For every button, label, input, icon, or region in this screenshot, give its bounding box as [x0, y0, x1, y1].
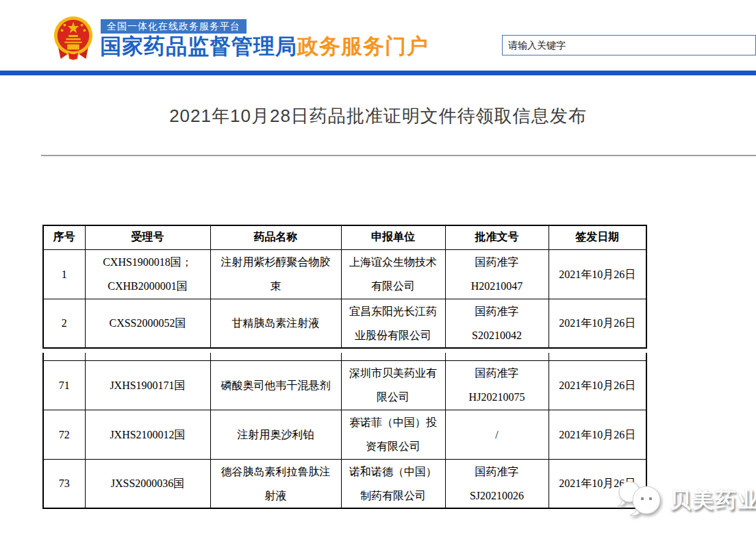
page-title: 2021年10月28日药品批准证明文件待领取信息发布	[0, 104, 756, 128]
cell-approval-no-line: /	[453, 423, 542, 447]
cell-approval-no: 国药准字S20210042	[445, 299, 549, 348]
cell-issue-date: 2021年10月26日	[549, 249, 646, 299]
cell-acceptance-no: JXHS2100012国	[85, 410, 210, 459]
watermark: 贝美药业	[615, 478, 756, 518]
cell-drug-name-line: 德谷胰岛素利拉鲁肽注射液	[218, 460, 334, 508]
cell-approval-no-line: 国药准字	[453, 299, 542, 323]
table-cut-cell	[85, 353, 210, 360]
table-header-cell: 受理号	[85, 225, 210, 249]
national-emblem-icon	[52, 14, 94, 62]
cell-approval-no: 国药准字H20210047	[445, 249, 549, 299]
cell-seq-line: 1	[51, 262, 78, 286]
cell-acceptance-no-line: CXHB2000001国	[92, 274, 203, 298]
table-header-row: 序号受理号药品名称申报单位批准文号签发日期	[43, 225, 646, 249]
cell-seq-line: 71	[51, 373, 78, 397]
cell-applicant-line: 宜昌东阳光长江药业股份有限公司	[349, 299, 438, 347]
cell-issue-date-line: 2021年10月26日	[556, 262, 640, 286]
cell-approval-no: 国药准字HJ20210075	[445, 360, 549, 410]
cell-approval-no-line: 国药准字	[453, 361, 542, 385]
cell-acceptance-no-line: CXSS2000052国	[92, 311, 203, 335]
portal-title-portal: 政务服务门户	[297, 34, 429, 58]
table-row: 1CXHS1900018国；CXHB2000001国注射用紫杉醇聚合物胶束上海谊…	[43, 249, 646, 299]
table-row: 2CXSS2000052国甘精胰岛素注射液宜昌东阳光长江药业股份有限公司国药准字…	[43, 299, 646, 348]
page: 全国一体化在线政务服务平台 国家药品监督管理局政务服务门户 2021年10月28…	[0, 0, 756, 535]
table-cut-cell	[43, 353, 85, 360]
cell-seq-line: 73	[51, 471, 78, 495]
cell-seq-line: 2	[51, 311, 78, 335]
cell-approval-no-line: 国药准字	[453, 250, 542, 274]
cell-issue-date-line: 2021年10月26日	[556, 373, 640, 397]
table-row: 71JXHS1900171国磷酸奥司他韦干混悬剂深圳市贝美药业有限公司国药准字H…	[43, 360, 646, 410]
cell-applicant: 上海谊众生物技术有限公司	[341, 249, 445, 299]
table-cut-row	[43, 353, 646, 360]
platform-badge: 全国一体化在线政务服务平台	[101, 19, 247, 34]
cell-drug-name-line: 注射用奥沙利铂	[218, 423, 334, 447]
table-section-bottom: 71JXHS1900171国磷酸奥司他韦干混悬剂深圳市贝美药业有限公司国药准字H…	[42, 353, 647, 509]
cell-applicant-line: 上海谊众生物技术有限公司	[349, 250, 438, 298]
table-row: 73JXSS2000036国德谷胰岛素利拉鲁肽注射液诺和诺德（中国）制药有限公司…	[43, 459, 646, 508]
cell-drug-name: 德谷胰岛素利拉鲁肽注射液	[210, 459, 341, 508]
table-cut-cell	[445, 353, 549, 360]
table-cut-cell	[549, 353, 646, 360]
table-cut-cell	[341, 353, 445, 360]
cell-applicant-line: 诺和诺德（中国）制药有限公司	[349, 460, 438, 508]
cell-applicant-line: 深圳市贝美药业有限公司	[349, 361, 438, 409]
table-header-cell: 序号	[43, 225, 85, 249]
cell-issue-date: 2021年10月26日	[549, 410, 646, 459]
cell-drug-name: 注射用奥沙利铂	[210, 410, 341, 459]
cell-drug-name-line: 甘精胰岛素注射液	[218, 311, 334, 335]
cell-applicant: 诺和诺德（中国）制药有限公司	[341, 459, 445, 508]
cell-seq: 1	[43, 249, 85, 299]
cell-applicant: 深圳市贝美药业有限公司	[341, 360, 445, 410]
cell-acceptance-no: CXHS1900018国；CXHB2000001国	[85, 249, 210, 299]
approval-table: 序号受理号药品名称申报单位批准文号签发日期 1CXHS1900018国；CXHB…	[42, 225, 647, 509]
cell-applicant: 赛诺菲（中国）投资有限公司	[341, 410, 445, 459]
cell-applicant-line: 赛诺菲（中国）投资有限公司	[349, 410, 438, 458]
table-header-cell: 签发日期	[549, 225, 646, 249]
cell-acceptance-no-line: CXHS1900018国；	[92, 250, 203, 274]
cell-issue-date-line: 2021年10月26日	[556, 311, 640, 335]
table-cut-cell	[210, 353, 341, 360]
beimei-logo-icon	[615, 478, 666, 518]
cell-approval-no: 国药准字SJ20210026	[445, 459, 549, 508]
portal-title-agency: 国家药品监督管理局	[100, 34, 297, 58]
cell-acceptance-no-line: JXHS2100012国	[92, 423, 203, 447]
cell-acceptance-no: JXSS2000036国	[85, 459, 210, 508]
cell-approval-no-line: HJ20210075	[453, 385, 542, 409]
table-header-cell: 批准文号	[445, 225, 549, 249]
cell-applicant: 宜昌东阳光长江药业股份有限公司	[341, 299, 445, 348]
search-input[interactable]	[502, 35, 756, 55]
cell-drug-name: 磷酸奥司他韦干混悬剂	[210, 360, 341, 410]
cell-seq: 2	[43, 299, 85, 348]
table-header-cell: 申报单位	[341, 225, 445, 249]
top-banner-bar	[0, 71, 756, 75]
cell-drug-name-line: 磷酸奥司他韦干混悬剂	[218, 373, 334, 397]
table-row: 72JXHS2100012国注射用奥沙利铂赛诺菲（中国）投资有限公司/2021年…	[43, 410, 646, 459]
cell-acceptance-no: CXSS2000052国	[85, 299, 210, 348]
cell-seq: 71	[43, 360, 85, 410]
cell-issue-date: 2021年10月26日	[549, 299, 646, 348]
title-divider	[41, 155, 756, 156]
cell-approval-no: /	[445, 410, 549, 459]
cell-approval-no-line: S20210042	[453, 323, 542, 347]
table-header-cell: 药品名称	[210, 225, 341, 249]
cell-issue-date: 2021年10月26日	[549, 360, 646, 410]
cell-acceptance-no: JXHS1900171国	[85, 360, 210, 410]
cell-approval-no-line: 国药准字	[453, 460, 542, 484]
portal-title: 国家药品监督管理局政务服务门户	[100, 32, 429, 61]
cell-approval-no-line: H20210047	[453, 274, 542, 298]
cell-approval-no-line: SJ20210026	[453, 484, 542, 508]
cell-seq: 72	[43, 410, 85, 459]
cell-drug-name: 注射用紫杉醇聚合物胶束	[210, 249, 341, 299]
cell-seq: 73	[43, 459, 85, 508]
table-section-top: 序号受理号药品名称申报单位批准文号签发日期 1CXHS1900018国；CXHB…	[42, 225, 647, 349]
cell-drug-name: 甘精胰岛素注射液	[210, 299, 341, 348]
watermark-text: 贝美药业	[670, 486, 756, 514]
cell-drug-name-line: 注射用紫杉醇聚合物胶束	[218, 250, 334, 298]
cell-acceptance-no-line: JXSS2000036国	[92, 471, 203, 495]
cell-acceptance-no-line: JXHS1900171国	[92, 373, 203, 397]
cell-issue-date-line: 2021年10月26日	[556, 423, 640, 447]
cell-seq-line: 72	[51, 423, 78, 447]
